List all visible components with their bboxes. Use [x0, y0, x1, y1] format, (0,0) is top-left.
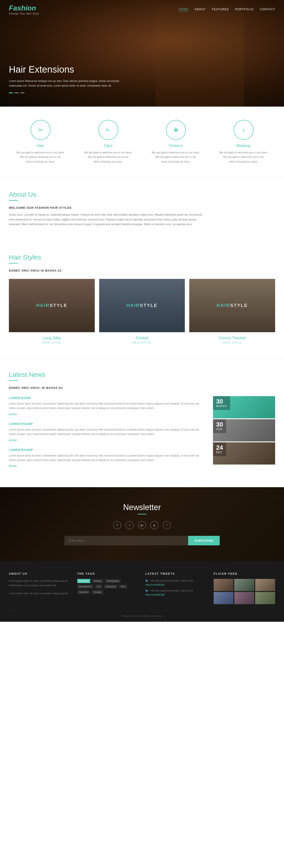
- style-name-frenchtwisted: French Twisted: [219, 336, 246, 340]
- footer-tag-css[interactable]: Css: [95, 584, 102, 589]
- social-googleplus[interactable]: g+: [138, 521, 146, 529]
- news-text-3: Lorem ipsum dolor sit amet, consectetur …: [9, 454, 206, 463]
- flickr-grid: [214, 579, 275, 604]
- news-text-2: Lorem ipsum dolor sit amet, consectetur …: [9, 428, 206, 437]
- style-card-frenchtwisted: HAIRSTYLE French Twisted HAIR STYLE: [189, 279, 275, 344]
- tweet-link-1[interactable]: http://co/hxAlFpW: [145, 583, 165, 586]
- social-twitter[interactable]: t: [126, 521, 134, 529]
- social-facebook[interactable]: f: [113, 521, 121, 529]
- style-label-longsilky: HAIR STYLE: [42, 341, 61, 344]
- feature-hair-title: Hair: [37, 144, 44, 148]
- footer-tag-strategy2[interactable]: Strategy: [92, 590, 103, 594]
- hero-title: Hair Extensions: [9, 64, 124, 75]
- style-label-frenchtwisted: HAIR STYLE: [223, 341, 242, 344]
- twitter-bird-icon-2: 🐦: [145, 589, 148, 592]
- clips-icon: ✁: [106, 126, 111, 134]
- main-nav: Fashion Change Your Hair Style HOME ABOU…: [0, 0, 284, 19]
- footer-tag-photography[interactable]: Photography: [105, 579, 121, 583]
- news-item-2: LOREM IPSUMP Lorem ipsum dolor sit amet,…: [9, 422, 206, 442]
- footer-tweets-col: LATEST TWEETS 🐦 I like this awesome free…: [145, 572, 207, 604]
- news-date-1: 30 MARCH: [213, 396, 275, 418]
- newsletter-subscribe-button[interactable]: SUBSCRIBE: [188, 536, 220, 545]
- flowers-icon: ❀: [173, 126, 178, 134]
- news-more-1[interactable]: MORE: [9, 413, 17, 416]
- hero-dot-3[interactable]: [21, 92, 25, 93]
- logo-sub: Change Your Hair Style: [9, 12, 39, 15]
- news-item-3: LOREM IPSUMP Lorem ipsum dolor sit amet,…: [9, 448, 206, 468]
- footer-tag-awesome[interactable]: Awesome: [77, 579, 91, 583]
- makeup-icon-circle: ♪: [234, 120, 254, 140]
- news-more-2[interactable]: MORE: [9, 439, 17, 442]
- footer: ABOUT US Lorem ipsum dolor sit amet, con…: [0, 561, 284, 622]
- flickr-thumb-6[interactable]: [255, 592, 275, 604]
- feature-clips-title: Clips: [104, 144, 112, 148]
- social-pinterest[interactable]: p: [150, 521, 158, 529]
- newsletter-email-input[interactable]: [64, 536, 188, 545]
- footer-tags-col: THE TAGS Awesome Strategy Photography De…: [77, 572, 139, 604]
- footer-tag-development[interactable]: Development: [77, 584, 94, 589]
- footer-tweets-title: LATEST TWEETS: [145, 572, 207, 575]
- feature-makeup-desc: We are glad to welcome you in our store.…: [219, 150, 268, 164]
- footer-about-col: ABOUT US Lorem ipsum dolor sit amet, con…: [9, 572, 71, 604]
- feature-flowers-title: Flowers: [169, 144, 183, 148]
- news-date-num-3: 24: [216, 444, 223, 451]
- about-section: About Us WELCOME OUR FASHION HAIR STYLES…: [0, 177, 284, 240]
- footer-tag-photoshop[interactable]: photoshop: [104, 584, 118, 589]
- hair-icon-circle: ✂: [31, 120, 50, 140]
- nav-home[interactable]: HOME: [179, 7, 188, 11]
- style-image-fishtail: HAIRSTYLE: [99, 279, 185, 332]
- footer-tag-awesome2[interactable]: Awesome: [77, 590, 91, 594]
- footer-about-title: ABOUT US: [9, 572, 71, 575]
- flickr-thumb-4[interactable]: [214, 592, 234, 604]
- flickr-thumb-3[interactable]: [255, 579, 275, 591]
- news-more-3[interactable]: MORE: [9, 465, 17, 467]
- flowers-icon-circle: ❀: [166, 120, 186, 140]
- about-title: About Us: [9, 191, 275, 198]
- news-date-num-1: 30: [216, 398, 227, 405]
- style-card-fishtail: HAIRSTYLE Fishtail HAIR STYLE: [99, 279, 185, 344]
- news-title-2: LOREM IPSUMP: [9, 422, 206, 426]
- newsletter-underline: [138, 514, 146, 515]
- news-date-3: 24 DEC: [213, 442, 275, 465]
- news-title-3: LOREM IPSUMP: [9, 448, 206, 452]
- footer-tag-html[interactable]: Html: [119, 584, 127, 589]
- logo: Fashion Change Your Hair Style: [9, 4, 39, 15]
- makeup-icon: ♪: [242, 126, 245, 133]
- feature-clips: ✁ Clips We are glad to welcome you in ou…: [84, 120, 133, 164]
- hero-dot-1[interactable]: [9, 92, 13, 93]
- newsletter-section: Newsletter f t g+ p ♡ SUBSCRIBE: [0, 487, 284, 561]
- hairstyles-title: Hair Styles: [9, 254, 275, 261]
- flickr-thumb-5[interactable]: [234, 592, 254, 604]
- feature-flowers-desc: We are glad to welcome you in our store.…: [151, 150, 200, 164]
- news-date-month-3: DEC: [216, 451, 223, 454]
- news-layout: LOREM IPSUM Lorem ipsum dolor sit amet, …: [9, 396, 275, 474]
- hero-dots: [9, 92, 124, 93]
- nav-portfolio[interactable]: PORTFOLIO: [235, 7, 254, 11]
- twitter-bird-icon: 🐦: [145, 579, 148, 582]
- nav-contact[interactable]: CONTACT: [260, 7, 275, 11]
- flickr-thumb-2[interactable]: [234, 579, 254, 591]
- nav-about[interactable]: ABOUT: [194, 7, 206, 11]
- news-text-1: Lorem ipsum dolor sit amet, consectetur …: [9, 401, 206, 410]
- footer-about-text2: Lorem ipsum dolor sit amet, consectetur …: [9, 591, 71, 596]
- footer-flickr-col: FLICKR FEED: [214, 572, 275, 604]
- nav-features[interactable]: FEATURES: [212, 7, 229, 11]
- hair-icon: ✂: [38, 126, 43, 134]
- news-date-2: 30 AUG: [213, 419, 275, 441]
- footer-tweet-2: 🐦 I like this awesome freebie. Check it …: [145, 589, 207, 597]
- news-items: LOREM IPSUM Lorem ipsum dolor sit amet, …: [9, 396, 206, 474]
- flickr-thumb-1[interactable]: [214, 579, 234, 591]
- hairstyles-grid: HAIRSTYLE Long Silky HAIR STYLE HAIRSTYL…: [9, 279, 275, 344]
- feature-makeup-title: Makeup: [236, 144, 250, 148]
- hero-description: Lorem ipsum Maecenas tristique orci ac s…: [9, 79, 124, 88]
- footer-about-text: Lorem ipsum dolor sit amet, consectetur …: [9, 579, 71, 588]
- style-name-longsilky: Long Silky: [43, 336, 61, 340]
- hero-dot-2[interactable]: [15, 92, 19, 93]
- footer-tag-strategy[interactable]: Strategy: [92, 579, 103, 583]
- style-name-fishtail: Fishtail: [136, 336, 148, 340]
- news-title: Latest News: [9, 371, 275, 378]
- tweet-link-2[interactable]: http://co/hxAlFpW: [145, 593, 165, 596]
- hairstyles-subtitle: DONEC ORCI ARCU ID MASSA AC: [9, 269, 275, 272]
- social-instagram[interactable]: ♡: [163, 521, 171, 529]
- feature-clips-desc: We are glad to welcome you in our store.…: [84, 150, 133, 164]
